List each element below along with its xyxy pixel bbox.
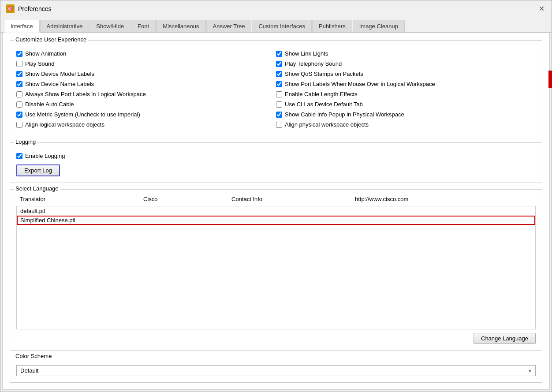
titlebar: 🎯 Preferences ✕ (0, 0, 552, 17)
customize-section-title: Customize User Experience (14, 36, 88, 43)
cable-length-label[interactable]: Enable Cable Length Effects (285, 91, 358, 97)
content-area: Customize User Experience Show Animation… (2, 33, 550, 390)
customize-section: Customize User Experience Show Animation… (10, 40, 542, 136)
checkbox-link-lights: Show Link Lights (276, 49, 536, 59)
port-labels-label[interactable]: Always Show Port Labels in Logical Works… (25, 91, 146, 97)
disable-auto-label[interactable]: Disable Auto Cable (25, 101, 74, 108)
color-section-title: Color Scheme (14, 353, 53, 359)
change-language-button[interactable]: Change Language (474, 333, 536, 344)
cli-default-checkbox[interactable] (276, 101, 282, 108)
checkboxes-grid: Show Animation Play Sound Show Device Mo… (16, 49, 536, 130)
device-name-label[interactable]: Show Device Name Labels (25, 81, 94, 87)
titlebar-left: 🎯 Preferences (6, 4, 51, 13)
qos-checkbox[interactable] (276, 71, 282, 77)
port-labels-checkbox[interactable] (16, 91, 22, 97)
metric-checkbox[interactable] (16, 112, 22, 118)
checkbox-telephony: Play Telephony Sound (276, 59, 536, 69)
enable-logging-checkbox[interactable] (16, 153, 22, 159)
color-select-wrapper: Default Light Dark (16, 365, 536, 376)
close-button[interactable]: ✕ (537, 4, 546, 14)
metric-label[interactable]: Use Metric System (Uncheck to use Imperi… (25, 111, 140, 118)
port-hover-label[interactable]: Show Port Labels When Mouse Over in Logi… (285, 81, 435, 87)
link-lights-checkbox[interactable] (276, 51, 282, 57)
checkbox-play-sound: Play Sound (16, 59, 276, 69)
language-section-title: Select Language (14, 185, 60, 192)
cable-length-checkbox[interactable] (276, 91, 282, 97)
play-sound-checkbox[interactable] (16, 61, 22, 67)
checkbox-show-animation: Show Animation (16, 49, 276, 59)
color-scheme-select[interactable]: Default Light Dark (16, 365, 536, 376)
window-title: Preferences (18, 5, 51, 12)
align-physical-checkbox[interactable] (276, 122, 282, 128)
col-translator: Translator (20, 196, 143, 202)
checkbox-align-logical: Align logical workspace objects (16, 119, 276, 130)
tab-custominterfaces[interactable]: Custom Interfaces (252, 20, 312, 32)
left-checkboxes: Show Animation Play Sound Show Device Mo… (16, 49, 276, 130)
tab-showhide[interactable]: Show/Hide (90, 20, 131, 32)
play-sound-label[interactable]: Play Sound (25, 60, 55, 67)
app-icon: 🎯 (6, 4, 15, 13)
tab-imagecleanup[interactable]: Image Cleanup (353, 20, 405, 32)
tab-font[interactable]: Font (131, 20, 156, 32)
lang-row-chinese[interactable]: Simplified Chinese.ptl (17, 216, 535, 225)
telephony-checkbox[interactable] (276, 61, 282, 67)
tab-miscellaneous[interactable]: Miscellaneous (156, 20, 205, 32)
col-contact: Contact Info (231, 196, 355, 202)
align-physical-label[interactable]: Align physical workspace objects (285, 121, 369, 128)
cable-info-checkbox[interactable] (276, 112, 282, 118)
export-log-button[interactable]: Export Log (16, 164, 60, 176)
cable-info-label[interactable]: Show Cable Info Popup in Physical Worksp… (285, 111, 404, 118)
checkbox-cable-info: Show Cable Info Popup in Physical Worksp… (276, 109, 536, 119)
show-animation-label[interactable]: Show Animation (25, 50, 66, 57)
right-checkboxes: Show Link Lights Play Telephony Sound Sh… (276, 49, 536, 130)
enable-logging-label[interactable]: Enable Logging (25, 153, 65, 159)
qos-label[interactable]: Show QoS Stamps on Packets (285, 71, 363, 77)
checkbox-cli-default: Use CLI as Device Default Tab (276, 99, 536, 109)
align-logical-checkbox[interactable] (16, 122, 22, 128)
col-url: http://www.cisco.com (355, 196, 532, 202)
checkbox-port-labels: Always Show Port Labels in Logical Works… (16, 89, 276, 99)
checkbox-metric: Use Metric System (Uncheck to use Imperi… (16, 109, 276, 119)
cli-default-label[interactable]: Use CLI as Device Default Tab (285, 101, 363, 108)
tab-publishers[interactable]: Publishers (312, 20, 352, 32)
device-model-checkbox[interactable] (16, 71, 22, 77)
checkbox-port-hover: Show Port Labels When Mouse Over in Logi… (276, 79, 536, 89)
checkbox-device-name: Show Device Name Labels (16, 79, 276, 89)
device-name-checkbox[interactable] (16, 81, 22, 87)
enable-logging-row: Enable Logging (16, 151, 536, 161)
device-model-label[interactable]: Show Device Model Labels (25, 71, 94, 77)
language-section: Select Language Translator Cisco Contact… (10, 189, 542, 351)
tab-interface[interactable]: Interface (4, 20, 40, 33)
color-section: Color Scheme Default Light Dark (10, 357, 542, 383)
language-list: default.ptl Simplified Chinese.ptl (16, 206, 536, 329)
port-hover-checkbox[interactable] (276, 81, 282, 87)
preferences-window: 🎯 Preferences ✕ Interface Administrative… (0, 0, 552, 392)
lang-row-default[interactable]: default.ptl (17, 206, 535, 216)
tab-administrative[interactable]: Administrative (40, 20, 90, 32)
disable-auto-checkbox[interactable] (16, 101, 22, 108)
checkbox-cable-length: Enable Cable Length Effects (276, 89, 536, 99)
side-indicator (548, 71, 552, 88)
checkbox-qos: Show QoS Stamps on Packets (276, 69, 536, 79)
change-lang-row: Change Language (16, 333, 536, 344)
col-cisco: Cisco (143, 196, 231, 202)
checkbox-align-physical: Align physical workspace objects (276, 119, 536, 130)
show-animation-checkbox[interactable] (16, 51, 22, 57)
checkbox-disable-auto: Disable Auto Cable (16, 99, 276, 109)
logging-section: Logging Enable Logging Export Log (10, 142, 542, 183)
checkbox-device-model: Show Device Model Labels (16, 69, 276, 79)
link-lights-label[interactable]: Show Link Lights (285, 50, 328, 57)
lang-table-header: Translator Cisco Contact Info http://www… (16, 194, 536, 204)
tab-bar: Interface Administrative Show/Hide Font … (0, 17, 552, 33)
tab-answertree[interactable]: Answer Tree (206, 20, 252, 32)
logging-section-title: Logging (14, 138, 37, 145)
align-logical-label[interactable]: Align logical workspace objects (25, 121, 104, 128)
telephony-label[interactable]: Play Telephony Sound (285, 60, 342, 67)
